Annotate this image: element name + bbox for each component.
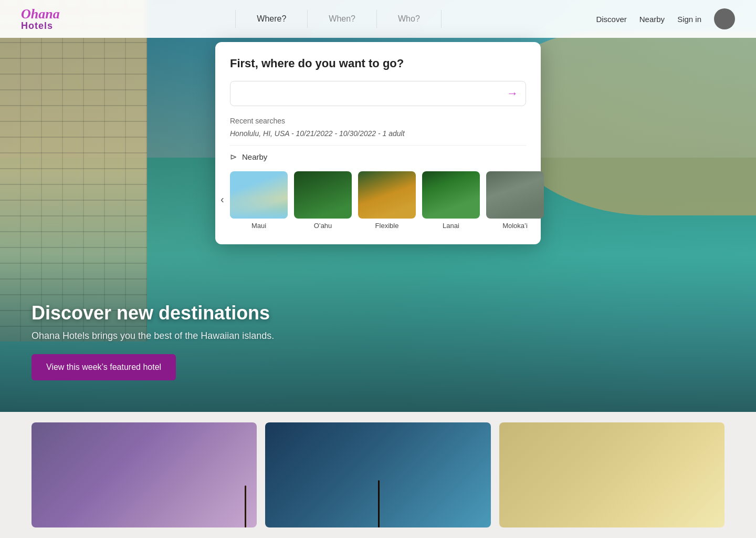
hero-title: Discover new destinations — [32, 302, 274, 324]
destinations-prev-button[interactable]: ‹ — [220, 193, 224, 205]
destination-lanai[interactable]: Lanai — [422, 171, 480, 230]
signin-link[interactable]: Sign in — [677, 15, 701, 24]
flexible-thumbnail — [358, 171, 416, 219]
bottom-card-3[interactable] — [499, 422, 724, 527]
destinations-row: ‹ Maui O’ahu Flexible Lanai Moloka’i — [230, 171, 526, 230]
nav-tabs: Where? When? Who? — [81, 10, 596, 28]
destination-maui[interactable]: Maui — [230, 171, 288, 230]
logo-hotels: Hotels — [21, 21, 53, 30]
bottom-card-1[interactable] — [32, 422, 257, 527]
moloka-thumbnail — [486, 171, 544, 219]
bottom-card-2[interactable] — [265, 422, 490, 527]
moloka-label: Moloka’i — [502, 222, 528, 230]
featured-hotel-button[interactable]: View this week’s featured hotel — [32, 354, 176, 380]
tab-when[interactable]: When? — [308, 10, 377, 28]
bottom-section — [0, 412, 756, 538]
recent-searches-label: Recent searches — [230, 117, 526, 125]
hero-subtitle: Ohana Hotels brings you the best of the … — [32, 330, 274, 342]
modal-title: First, where do you want to go? — [230, 57, 526, 70]
search-arrow-icon[interactable]: → — [507, 87, 518, 100]
tab-where[interactable]: Where? — [235, 10, 308, 28]
destination-moloka[interactable]: Moloka’i — [486, 171, 544, 230]
navbar: Ohana Hotels Where? When? Who? Discover … — [0, 0, 756, 38]
nearby-link[interactable]: Nearby — [639, 15, 665, 24]
divider — [230, 145, 526, 146]
logo-ohana: Ohana — [21, 7, 60, 21]
search-input-row: → — [230, 81, 526, 106]
lanai-label: Lanai — [443, 222, 459, 230]
hero-content: Discover new destinations Ohana Hotels b… — [32, 302, 274, 380]
logo[interactable]: Ohana Hotels — [21, 7, 60, 30]
search-modal: First, where do you want to go? → Recent… — [215, 42, 541, 244]
search-input[interactable] — [238, 89, 507, 98]
maui-label: Maui — [251, 222, 266, 230]
tab-who[interactable]: Who? — [377, 10, 442, 28]
maui-thumbnail — [230, 171, 288, 219]
lanai-thumbnail — [422, 171, 480, 219]
recent-search-item[interactable]: Honolulu, HI, USA - 10/21/2022 - 10/30/2… — [230, 129, 526, 138]
nearby-option[interactable]: ⊳ Nearby — [230, 152, 526, 162]
flexible-label: Flexible — [375, 222, 399, 230]
discover-link[interactable]: Discover — [596, 15, 626, 24]
destination-flexible[interactable]: Flexible — [358, 171, 416, 230]
nearby-label: Nearby — [242, 152, 267, 161]
oahu-label: O’ahu — [314, 222, 332, 230]
destination-oahu[interactable]: O’ahu — [294, 171, 352, 230]
nearby-location-icon: ⊳ — [230, 152, 237, 162]
nav-right: Discover Nearby Sign in — [596, 8, 735, 29]
avatar[interactable] — [714, 8, 735, 29]
oahu-thumbnail — [294, 171, 352, 219]
